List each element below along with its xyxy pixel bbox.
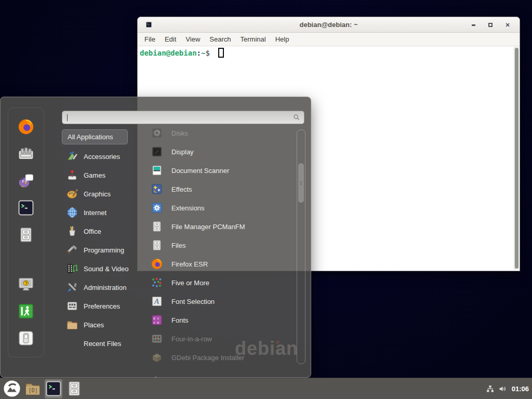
favorite-file-cabinet-button[interactable] <box>17 227 35 245</box>
category-item-all-applications[interactable]: All Applications <box>62 129 128 144</box>
category-item-games[interactable]: Games <box>62 166 145 184</box>
svg-text:[D]: [D] <box>29 388 38 393</box>
control-center-icon <box>17 145 35 165</box>
terminal-menu-terminal[interactable]: Terminal <box>236 34 271 45</box>
terminal-icon <box>17 199 35 219</box>
terminal-scrollbar[interactable] <box>514 47 519 270</box>
app-label: GDebi Package Installer <box>171 354 244 362</box>
app-item-fonts[interactable]: aaaaFonts <box>149 311 294 329</box>
minimize-icon <box>472 24 475 26</box>
category-item-graphics[interactable]: Graphics <box>62 184 145 203</box>
minimize-button[interactable] <box>469 20 478 30</box>
prompt-user-host: debian@debian <box>140 49 197 57</box>
category-label: Internet <box>84 209 107 217</box>
app-item-font-selection[interactable]: AFont Selection <box>149 292 294 311</box>
category-item-preferences[interactable]: Preferences <box>62 297 145 315</box>
category-item-programming[interactable]: Programming <box>62 241 145 259</box>
four-in-a-row-icon <box>151 332 163 345</box>
app-item-five-or-more[interactable]: Five or More <box>149 273 294 292</box>
app-list-scrollbar-thumb[interactable] <box>298 163 304 203</box>
app-list-scrollbar[interactable] <box>297 129 305 364</box>
prompt-path: ~ <box>201 49 205 57</box>
app-item-firefox-esr[interactable]: Firefox ESR <box>149 255 294 273</box>
favorite-shutdown-button[interactable] <box>17 330 35 349</box>
menu-button[interactable] <box>3 379 21 398</box>
terminal-menu-file[interactable]: File <box>140 34 160 45</box>
terminal-scrollbar-thumb[interactable] <box>515 48 518 269</box>
file-cabinet-icon <box>151 220 163 233</box>
maximize-button[interactable] <box>486 20 495 30</box>
app-label: Disks <box>171 129 188 137</box>
graphics-icon <box>66 188 78 200</box>
terminal-titlebar[interactable]: debian@debian: ~ ✕ <box>138 17 520 33</box>
app-item-files[interactable]: Files <box>149 236 294 255</box>
category-item-recent-files[interactable]: Recent Files <box>62 334 145 353</box>
file-cabinet-icon <box>17 226 35 246</box>
app-label: Display <box>171 148 194 156</box>
category-item-office[interactable]: Office <box>62 222 145 241</box>
app-label: Fonts <box>171 316 189 324</box>
category-label: All Applications <box>68 133 113 141</box>
office-icon <box>66 225 78 237</box>
window-list-terminal-button[interactable] <box>45 379 62 398</box>
category-label: Administration <box>84 284 126 291</box>
search-input[interactable] <box>62 111 304 124</box>
files-launcher-button[interactable] <box>65 379 83 398</box>
favorite-firefox-button[interactable] <box>17 118 35 137</box>
category-item-administration[interactable]: Administration <box>62 278 145 297</box>
category-item-places[interactable]: Places <box>62 315 145 334</box>
category-label: Preferences <box>84 302 120 310</box>
close-icon: ✕ <box>505 22 510 28</box>
app-label: Five or More <box>171 279 209 287</box>
app-item-display[interactable]: Display <box>149 142 294 161</box>
app-label: Files <box>171 242 185 249</box>
category-label: Sound & Video <box>84 265 129 273</box>
maximize-icon <box>488 23 493 27</box>
category-label: Recent Files <box>84 340 121 348</box>
app-item-document-scanner[interactable]: Document Scanner <box>149 161 294 180</box>
menu-logo-icon <box>3 380 21 397</box>
favorite-control-center-button[interactable] <box>17 145 35 164</box>
network-icon[interactable] <box>486 384 495 393</box>
app-item-file-manager-pcmanfm[interactable]: File Manager PCManFM <box>149 217 294 236</box>
volume-icon[interactable] <box>498 384 507 393</box>
app-item-effects[interactable]: Effects <box>149 180 294 198</box>
window-controls: ✕ <box>469 17 512 33</box>
app-item-extensions[interactable]: Extensions <box>149 198 294 217</box>
application-menu: All ApplicationsAccessoriesGamesGraphics… <box>0 97 311 378</box>
clock[interactable]: 01:06 <box>512 385 529 393</box>
display-icon <box>151 145 163 158</box>
category-item-sound-video[interactable]: Sound & Video <box>62 259 145 278</box>
places-icon <box>66 318 78 331</box>
file-cabinet-icon <box>151 239 163 251</box>
document-scanner-icon <box>151 164 163 177</box>
shutdown-icon <box>17 329 35 349</box>
favorite-terminal-button[interactable] <box>17 200 35 218</box>
category-item-internet[interactable]: Internet <box>62 203 145 222</box>
category-label: Graphics <box>84 190 111 198</box>
terminal-menu-edit[interactable]: Edit <box>160 34 181 45</box>
terminal-menu-help[interactable]: Help <box>271 34 294 45</box>
terminal-menu-view[interactable]: View <box>181 34 205 45</box>
favorite-screensaver-button[interactable] <box>17 276 35 295</box>
terminal-menu-search[interactable]: Search <box>205 34 235 45</box>
desktop-folder-icon: [D] <box>24 380 42 397</box>
show-desktop-button[interactable]: [D] <box>24 379 42 398</box>
favorite-logout-button[interactable] <box>17 303 35 322</box>
app-label: Extensions <box>171 204 205 212</box>
favorite-pidgin-button[interactable] <box>17 172 35 191</box>
category-label: Accessories <box>84 153 120 161</box>
package-icon <box>151 351 163 364</box>
category-label: Places <box>84 321 104 329</box>
close-button[interactable]: ✕ <box>503 20 512 30</box>
pidgin-icon <box>17 172 35 192</box>
terminal-prompt: debian@debian:~$ <box>140 48 512 58</box>
firefox-icon <box>17 118 35 138</box>
effects-icon <box>151 183 163 195</box>
font-selection-icon: A <box>151 295 163 308</box>
category-item-accessories[interactable]: Accessories <box>62 147 145 166</box>
accessories-icon <box>66 150 78 163</box>
terminal-title: debian@debian: ~ <box>138 21 520 29</box>
app-label: Effects <box>171 185 192 193</box>
app-item-gdebi-package-installer: GDebi Package Installer <box>149 348 294 366</box>
